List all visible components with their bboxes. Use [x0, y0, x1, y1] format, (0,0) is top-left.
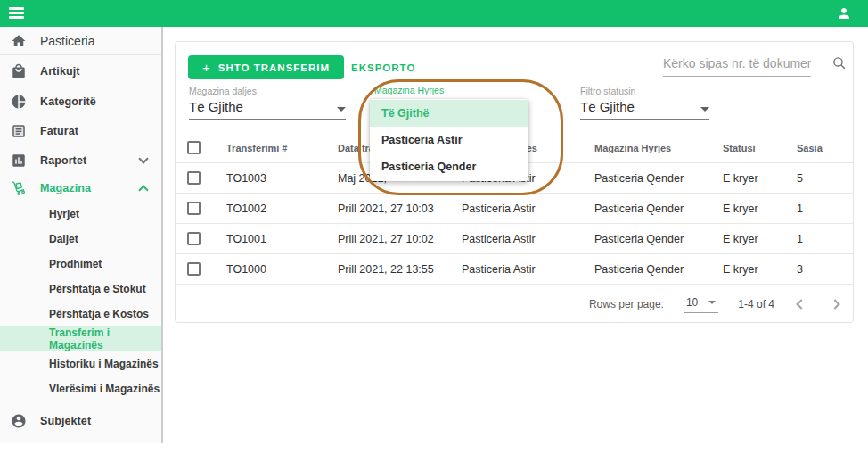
sidebar-item-pershtatja-stokut[interactable]: Përshtatja e Stokut	[0, 277, 161, 302]
col-sasia: Sasia	[797, 143, 853, 153]
sidebar-brand[interactable]: Pasticeria	[0, 27, 161, 55]
previous-page-icon[interactable]	[796, 299, 806, 309]
sidebar-item-historiku-magazines[interactable]: Historiku i Magazinës	[0, 351, 161, 376]
magazina-hyrjes-dropdown: Të Gjithë Pasticeria Astir Pasticeria Qe…	[370, 99, 528, 181]
search-input[interactable]	[663, 53, 811, 77]
table-pagination: Rows per page: 10 1-4 of 4	[176, 286, 853, 322]
pagination-range: 1-4 of 4	[738, 298, 774, 310]
col-transferimi: Transferimi #	[226, 143, 338, 153]
magazina-daljes-select[interactable]: Të Gjithë	[189, 99, 346, 120]
sidebar-item-kategorite[interactable]: Kategoritë	[0, 87, 161, 116]
filter-label: Magazina daljes	[189, 86, 346, 96]
sidebar-item-subjektet[interactable]: Subjektet	[0, 407, 161, 435]
add-transfer-button[interactable]: + SHTO TRANSFERIM	[188, 55, 344, 79]
select-all-checkbox[interactable]	[187, 141, 201, 154]
row-checkbox[interactable]	[187, 262, 201, 276]
caret-down-icon	[708, 301, 716, 304]
row-checkbox[interactable]	[187, 232, 201, 245]
sidebar-item-transferim-magazines[interactable]: Transferim i Magazinës	[0, 326, 161, 351]
sidebar-item-artikujt[interactable]: Artikujt	[0, 55, 161, 87]
col-magazina-hyrjes: Magazina Hyrjes	[594, 143, 723, 153]
table-row: TO1000 Prill 2021, 22 13:55 Pasticeria A…	[176, 254, 853, 285]
filter-label: Filtro statusin	[580, 86, 709, 96]
brand-label: Pasticeria	[40, 34, 94, 48]
sidebar-item-vleresimi-magazines[interactable]: Vlerësimi i Magazinës	[0, 376, 161, 401]
dropdown-option-pasticeria-astir[interactable]: Pasticeria Astir	[370, 127, 528, 153]
export-button[interactable]: EKSPORTO	[323, 56, 424, 78]
chevron-down-icon	[138, 153, 148, 163]
sidebar-item-pershtatja-kostos[interactable]: Përshtatja e Kostos	[0, 302, 161, 326]
search-icon[interactable]	[831, 55, 847, 70]
search-box	[663, 53, 811, 77]
sidebar-item-daljet[interactable]: Daljet	[0, 227, 161, 252]
plus-icon: +	[202, 61, 211, 74]
sidebar-item-magazina[interactable]: Magazina	[0, 175, 161, 202]
sidebar: Pasticeria Artikujt Kategoritë Faturat R…	[0, 27, 163, 443]
shopping-bag-icon	[11, 63, 27, 79]
home-icon	[11, 33, 27, 49]
pie-chart-icon	[11, 94, 27, 110]
sidebar-item-prodhimet[interactable]: Prodhimet	[0, 252, 161, 277]
table-row: TO1001 Prill 2021, 27 10:02 Pasticeria A…	[176, 224, 853, 254]
person-circle-icon	[11, 413, 27, 429]
sidebar-item-hyrjet[interactable]: Hyrjet	[0, 202, 161, 227]
row-checkbox[interactable]	[187, 202, 201, 215]
report-chart-icon	[11, 153, 27, 169]
export-label: EKSPORTO	[351, 62, 415, 73]
export-icon	[332, 61, 345, 74]
menu-icon[interactable]	[9, 7, 24, 19]
top-app-bar	[0, 0, 868, 27]
add-transfer-label: SHTO TRANSFERIM	[218, 62, 330, 73]
sidebar-item-raportet[interactable]: Raportet	[0, 146, 161, 175]
dropdown-option-pasticeria-qender[interactable]: Pasticeria Qender	[370, 153, 528, 180]
chevron-up-icon	[138, 185, 148, 194]
invoice-list-icon	[11, 123, 27, 139]
statusi-select[interactable]: Të Gjithë	[580, 99, 709, 120]
row-checkbox[interactable]	[187, 171, 201, 185]
col-statusi: Statusi	[723, 143, 797, 153]
next-page-icon[interactable]	[830, 299, 839, 309]
dropdown-option-te-gjithe[interactable]: Të Gjithë	[370, 100, 528, 127]
rows-per-page-select[interactable]: 10	[684, 296, 718, 313]
caret-down-icon	[700, 107, 709, 112]
user-account-icon[interactable]	[836, 5, 852, 21]
sidebar-item-faturat[interactable]: Faturat	[0, 116, 161, 146]
filter-magazina-daljes: Magazina daljes Të Gjithë	[189, 86, 346, 120]
filter-statusi: Filtro statusin Të Gjithë	[580, 86, 709, 120]
filter-magazina-hyrjes-label: Magazina Hyrjes	[374, 85, 444, 95]
table-row: TO1002 Prill 2021, 27 10:03 Pasticeria A…	[176, 194, 853, 224]
caret-down-icon	[337, 107, 346, 112]
transfers-card: + SHTO TRANSFERIM EKSPORTO Magazina dalj…	[175, 41, 854, 323]
rows-per-page-label: Rows per page:	[589, 298, 664, 310]
hand-truck-icon	[11, 180, 27, 196]
